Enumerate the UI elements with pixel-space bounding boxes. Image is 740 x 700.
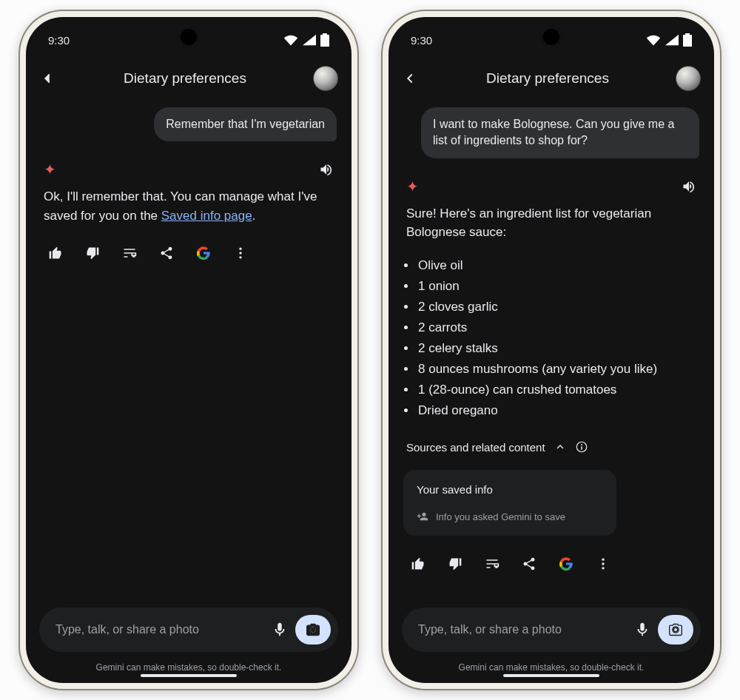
svg-point-6 [602,559,604,561]
camera-pill[interactable] [295,615,331,645]
thumbs-up-button[interactable] [411,556,426,571]
signal-icon [665,34,679,46]
sparkle-icon: ✦ [406,178,419,195]
composer-area: Type, talk, or share a photo [388,599,714,658]
share-button[interactable] [522,556,536,571]
assistant-header: ✦ [403,178,699,195]
chevron-up-icon [554,441,566,453]
assistant-text: Ok, I'll remember that. You can manage w… [41,187,337,225]
composer-placeholder: Type, talk, or share a photo [56,623,264,636]
svg-point-4 [581,444,582,445]
google-button[interactable] [196,246,211,260]
phone-screen-right: 9:30 Dietary preferences I want to make … [388,17,714,683]
battery-icon [683,33,692,47]
svg-point-8 [602,567,604,569]
ingredient-item: 2 carrots [417,317,699,338]
svg-rect-5 [581,446,582,450]
mic-button[interactable] [634,622,650,638]
person-add-icon [417,511,428,522]
phone-frame-right: 9:30 Dietary preferences I want to make … [381,10,722,690]
home-indicator[interactable] [503,674,599,677]
user-message: Remember that I'm vegetarian [154,107,337,141]
saved-info-card[interactable]: Your saved info Info you asked Gemini to… [403,470,616,536]
sources-toggle[interactable]: Sources and related content [403,440,699,454]
assistant-intro: Sure! Here's an ingredient list for vege… [403,204,699,242]
sparkle-icon: ✦ [44,161,56,178]
thumbs-up-button[interactable] [48,246,63,260]
page-title: Dietary preferences [67,70,303,87]
info-icon[interactable] [575,440,588,454]
avatar[interactable] [313,66,338,91]
more-button[interactable] [596,556,610,571]
speaker-button[interactable] [682,179,696,194]
svg-point-2 [239,257,241,259]
chat-body: I want to make Bolognese. Can you give m… [388,103,714,599]
back-button[interactable] [402,70,420,87]
svg-point-7 [602,562,604,565]
saved-info-subtitle: Info you asked Gemini to save [417,511,603,522]
status-icons [283,33,329,47]
camera-hole [543,29,559,45]
saved-info-title: Your saved info [417,483,603,496]
clock-text: 9:30 [411,34,432,47]
footnote: Gemini can make mistakes, so double-chec… [388,658,714,683]
action-row [41,234,337,260]
user-message: I want to make Bolognese. Can you give m… [421,107,699,158]
thumbs-down-button[interactable] [85,246,100,260]
saved-info-sub-text: Info you asked Gemini to save [436,511,565,522]
thumbs-down-button[interactable] [448,556,462,571]
ingredient-item: Olive oil [417,255,699,276]
battery-icon [320,33,329,47]
ingredient-item: 1 onion [417,276,699,297]
composer[interactable]: Type, talk, or share a photo [39,608,338,652]
composer-area: Type, talk, or share a photo [26,599,352,658]
phone-screen-left: 9:30 Dietary preferences Remember that I… [26,17,352,683]
signal-icon [303,34,316,46]
camera-pill[interactable] [658,615,693,645]
mic-button[interactable] [272,622,288,638]
wifi-icon [646,34,661,46]
ingredient-item: 8 ounces mushrooms (any variety you like… [417,359,699,380]
page-title: Dietary preferences [430,70,665,87]
home-indicator[interactable] [141,674,237,677]
share-button[interactable] [159,246,174,260]
ingredient-item: 2 cloves garlic [417,297,699,317]
phone-frame-left: 9:30 Dietary preferences Remember that I… [18,10,359,690]
assistant-header: ✦ [41,161,337,178]
assistant-suffix: . [252,209,256,223]
app-header: Dietary preferences [26,58,352,103]
more-button[interactable] [233,246,248,260]
ingredient-list: Olive oil1 onion2 cloves garlic2 carrots… [417,255,699,421]
ingredient-item: 1 (28-ounce) can crushed tomatoes [417,380,699,400]
saved-info-link[interactable]: Saved info page [161,209,252,223]
avatar[interactable] [676,66,701,91]
sources-label: Sources and related content [406,441,545,454]
speaker-button[interactable] [319,162,334,177]
camera-hole [181,29,197,45]
composer[interactable]: Type, talk, or share a photo [402,608,701,652]
back-button[interactable] [39,70,57,87]
composer-placeholder: Type, talk, or share a photo [418,623,627,636]
ingredient-item: 2 celery stalks [417,338,699,359]
tune-button[interactable] [485,556,500,571]
footnote: Gemini can make mistakes, so double-chec… [26,658,352,683]
chat-body: Remember that I'm vegetarian ✦ Ok, I'll … [26,103,352,599]
google-button[interactable] [559,556,574,571]
wifi-icon [283,34,298,46]
action-row [403,545,699,571]
app-header: Dietary preferences [388,58,714,103]
status-icons [646,33,692,47]
svg-point-0 [239,248,241,250]
ingredient-item: Dried oregano [417,400,699,421]
svg-point-1 [239,252,241,255]
tune-button[interactable] [122,246,137,260]
clock-text: 9:30 [48,34,70,47]
